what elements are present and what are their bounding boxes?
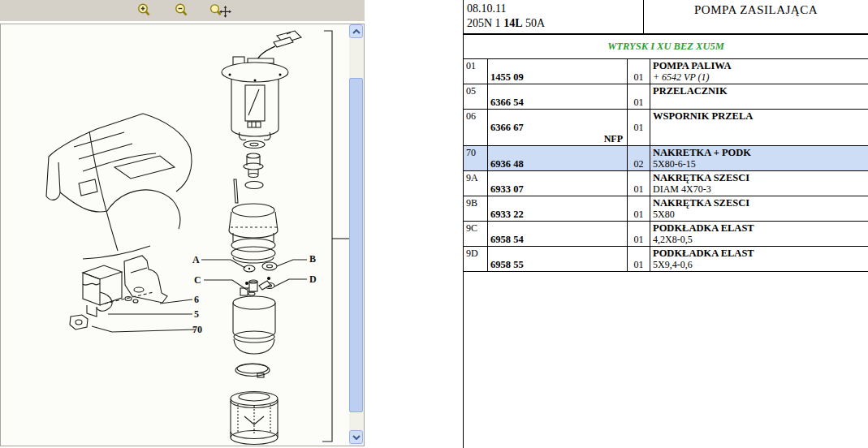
qty-cell: 01 — [628, 171, 650, 196]
description-cell: PODKŁADKA ELAST5X9,4-0,6 — [650, 247, 868, 271]
table-row[interactable]: 70 6936 48 02 NAKRETKA + PODK5X80-6-15 — [464, 146, 868, 171]
part-number-cell: 6366 67NFP — [488, 110, 628, 145]
ref-cell: 9D — [464, 247, 488, 271]
zoom-in-button[interactable] — [133, 2, 158, 19]
part-number-cell: 6958 54 — [488, 222, 628, 246]
description-cell: PRZELACZNIK — [650, 84, 868, 109]
description-cell: PODKŁADKA ELAST4,2X8-0,5 — [650, 222, 868, 246]
table-row[interactable]: 9B 6933 22 01 NAKRĘTKA SZESCI5X80 — [464, 196, 868, 222]
diagram-bracket — [322, 31, 349, 442]
ref-cell: 01 — [464, 59, 488, 84]
qty-cell: 02 — [628, 146, 650, 170]
chevron-up-icon — [352, 29, 361, 34]
qty-cell: 01 — [628, 196, 650, 221]
table-row[interactable]: 06 6366 67NFP 01 WSPORNIK PRZELA — [464, 110, 868, 146]
callout-label-a: A — [192, 254, 200, 265]
description-cell: POMPA PALIWA+ 6542 VP (1) — [650, 59, 868, 84]
scroll-down-button[interactable] — [349, 430, 363, 444]
description-cell: NAKRĘTKA SZESCIDIAM 4X70-3 — [650, 171, 868, 196]
qty-cell: 01 — [628, 110, 650, 145]
zoom-in-icon — [136, 2, 155, 19]
table-row[interactable]: 9A 6933 07 01 NAKRĘTKA SZESCIDIAM 4X70-3 — [464, 171, 868, 196]
table-row[interactable]: 01 1455 09 01 POMPA PALIWA+ 6542 VP (1) — [464, 59, 868, 84]
callout-label-b: B — [309, 253, 316, 265]
chevron-down-icon — [352, 435, 361, 440]
car-body-sketch — [46, 114, 192, 259]
scrollbar-track[interactable] — [349, 38, 363, 430]
page-title: POMPA ZASILAJĄCA — [644, 0, 868, 33]
zoom-out-button[interactable] — [171, 2, 195, 19]
description-cell: NAKRETKA + PODK5X80-6-15 — [650, 146, 868, 170]
diagram-panel: A B C D 6 5 70 — [0, 24, 365, 446]
catalog-date: 08.10.11 — [467, 2, 640, 16]
exploded-diagram: A B C D 6 5 70 — [1, 24, 350, 446]
table-row[interactable]: 9C 6958 54 01 PODKŁADKA ELAST4,2X8-0,5 — [464, 222, 868, 247]
diagram-toolbar — [0, 0, 365, 21]
part-number-cell: 6958 55 — [488, 247, 628, 271]
scrollbar-thumb[interactable] — [349, 78, 363, 412]
part-number-cell: 6936 48 — [488, 146, 628, 170]
part-number-cell: 6933 07 — [488, 171, 628, 196]
ref-cell: 9B — [464, 196, 488, 221]
callout-label-70: 70 — [192, 324, 202, 335]
part-number-cell: 6366 54 — [488, 84, 628, 109]
callout-label-5: 5 — [194, 308, 199, 320]
part-number-cell: 6933 22 — [488, 196, 628, 221]
ref-cell: 70 — [464, 146, 488, 170]
parts-table: 01 1455 09 01 POMPA PALIWA+ 6542 VP (1) … — [464, 58, 868, 272]
callout-leaders — [92, 260, 307, 332]
parts-list-panel: 08.10.11 205N 1 14L 50A POMPA ZASILAJĄCA… — [463, 0, 868, 448]
ref-cell: 9A — [464, 171, 488, 196]
section-heading: WTRYSK I XU BEZ XU5M — [464, 35, 868, 58]
catalog-header-left: 08.10.11 205N 1 14L 50A — [464, 0, 644, 33]
vertical-scrollbar[interactable] — [349, 24, 364, 446]
nfp-note: NFP — [490, 133, 624, 144]
callout-label-c: C — [194, 274, 201, 286]
qty-cell: 01 — [628, 59, 650, 84]
catalog-header: 08.10.11 205N 1 14L 50A POMPA ZASILAJĄCA — [464, 0, 868, 35]
ref-cell: 9C — [464, 222, 488, 246]
parts-catalog-window: A B C D 6 5 70 — [0, 0, 868, 448]
fuel-pump-assembly — [222, 31, 301, 445]
part-number-cell: 1455 09 — [488, 59, 628, 84]
model-code: 205N 1 14L 50A — [467, 16, 640, 31]
switch-and-bracket-parts — [70, 256, 167, 330]
scroll-up-button[interactable] — [349, 24, 363, 38]
qty-cell: 01 — [628, 247, 650, 271]
description-cell: NAKRĘTKA SZESCI5X80 — [650, 196, 868, 221]
table-row[interactable]: 9D 6958 55 01 PODKŁADKA ELAST5X9,4-0,6 — [464, 247, 868, 271]
callout-label-6: 6 — [194, 294, 199, 305]
pan-button[interactable] — [208, 2, 232, 19]
ref-cell: 05 — [464, 84, 488, 109]
qty-cell: 01 — [628, 222, 650, 246]
pan-icon — [209, 2, 231, 19]
qty-cell: 01 — [628, 84, 650, 109]
table-row[interactable]: 05 6366 54 01 PRZELACZNIK — [464, 84, 868, 110]
zoom-out-icon — [173, 2, 192, 19]
description-cell: WSPORNIK PRZELA — [650, 110, 868, 145]
callout-label-d: D — [309, 274, 317, 285]
ref-cell: 06 — [464, 110, 488, 145]
